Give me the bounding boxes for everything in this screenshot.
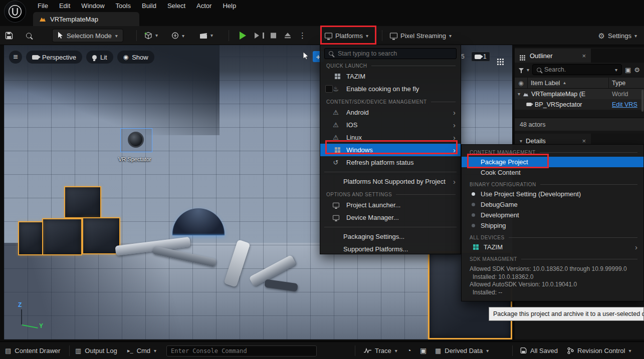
menu-item-supported-platforms[interactable]: Supported Platforms... <box>320 243 461 255</box>
menu-item-label: Packaging Settings... <box>343 233 404 240</box>
cinematics-button[interactable]: ▾ <box>199 32 213 39</box>
menu-item-platforms-not-supported[interactable]: Platforms Not Supported by Project › <box>320 175 461 188</box>
menu-window[interactable]: Window <box>76 1 110 11</box>
menu-item-project-launcher[interactable]: Project Launcher... <box>320 199 461 211</box>
menu-item-windows[interactable]: Windows › <box>320 144 461 156</box>
cmd-dropdown[interactable]: ▸_ Cmd ▾ <box>127 347 156 354</box>
perspective-dropdown[interactable]: Perspective <box>26 51 82 64</box>
screenshot-button[interactable]: ▣ <box>420 346 426 354</box>
viewport-layout-button[interactable] <box>497 53 504 62</box>
derived-data-dropdown[interactable]: ▦ Derived Data ▾ <box>435 347 489 354</box>
chevron-right-icon: › <box>453 134 456 141</box>
row-expand-icon[interactable]: ▾ <box>518 91 520 97</box>
stop-button[interactable] <box>271 33 276 38</box>
type-column[interactable]: Type <box>609 78 644 88</box>
save-icon <box>5 32 13 40</box>
tab-outliner[interactable]: Outliner × <box>515 49 591 63</box>
cube-actor[interactable] <box>82 217 120 254</box>
browse-content-button[interactable] <box>26 33 32 38</box>
menu-build[interactable]: Build <box>136 1 162 11</box>
pixel-streaming-button[interactable]: Pixel Streaming ▾ <box>390 32 452 39</box>
camera-speed-button[interactable]: 1 <box>471 52 490 62</box>
menu-file[interactable]: File <box>32 1 54 11</box>
menu-item-tazim[interactable]: TAZIM <box>320 70 461 83</box>
menu-item-linux[interactable]: ⚠ Linux › <box>320 131 461 144</box>
eject-button[interactable] <box>285 33 291 39</box>
menu-tools[interactable]: Tools <box>110 1 136 11</box>
skip-button[interactable] <box>255 33 264 39</box>
menu-item-label: Device Manager... <box>346 214 399 221</box>
settings-button[interactable]: ⚙ Settings ▾ <box>598 32 637 39</box>
menu-item-tazim-device[interactable]: TAZIM › <box>462 242 643 252</box>
play-button[interactable] <box>240 32 246 40</box>
cooking-checkbox[interactable] <box>325 85 333 93</box>
menu-item-device-manager[interactable]: Device Manager... <box>320 211 461 224</box>
add-filter-icon[interactable]: ▣ <box>625 67 631 73</box>
content-drawer-button[interactable]: ▤ Content Drawer <box>5 347 60 354</box>
gear-icon[interactable]: ⚙ <box>634 67 640 73</box>
derived-data-icon: ▦ <box>435 347 441 354</box>
filter-icon[interactable] <box>519 68 524 71</box>
item-label-column[interactable]: Item Label ▲ <box>528 78 609 88</box>
visibility-column[interactable]: ◉ <box>515 78 528 88</box>
table-row[interactable]: ▾ VRTemplateMap (E World <box>515 89 644 99</box>
show-dropdown[interactable]: ◉ Show <box>117 51 154 64</box>
menu-select[interactable]: Select <box>162 1 191 11</box>
menu-item-android[interactable]: ⚠ Android › <box>320 106 461 119</box>
tab-vrtemplatemap[interactable]: VRTemplateMap <box>33 12 139 26</box>
add-actor-button[interactable]: + ▾ <box>144 32 158 40</box>
revision-control-label: Revision Control <box>577 347 625 354</box>
outliner-scrollbar[interactable] <box>641 90 643 112</box>
outliner-toolbar: ▾ Search. ▾ ▣ ⚙ <box>515 63 644 77</box>
menu-item-cook-content[interactable]: Cook Content <box>462 167 643 178</box>
close-icon[interactable]: × <box>582 52 586 60</box>
menu-item-packaging-settings[interactable]: Packaging Settings... <box>320 230 461 243</box>
platforms-button[interactable]: Platforms ▾ <box>325 32 368 39</box>
statusbar-separator <box>355 345 355 356</box>
save-button[interactable] <box>5 32 13 40</box>
menu-item-debuggame[interactable]: DebugGame <box>462 199 643 210</box>
blueprints-button[interactable]: ▾ <box>171 32 184 39</box>
pixel-streaming-icon <box>390 33 397 38</box>
edit-blueprint-link[interactable]: Edit VRS <box>612 101 637 108</box>
trace-dropdown[interactable]: Trace ▾ <box>364 347 397 354</box>
insights-button[interactable]: ◔ <box>407 346 411 354</box>
chevron-down-icon: ▾ <box>182 33 184 38</box>
select-tool-button[interactable] <box>303 52 309 62</box>
menu-edit[interactable]: Edit <box>54 1 76 11</box>
cube-actor[interactable] <box>42 218 82 255</box>
viewport-options-button[interactable]: ≡ <box>9 51 22 64</box>
section-options: OPTIONS AND SETTINGS <box>326 191 456 198</box>
menu-item-ios[interactable]: ⚠ IOS › <box>320 119 461 131</box>
all-saved-button[interactable]: All Saved <box>520 347 558 354</box>
chevron-down-icon: ▾ <box>155 33 158 38</box>
lit-dropdown[interactable]: Lit <box>86 51 113 64</box>
cube-actor[interactable] <box>64 186 101 218</box>
console-command-input[interactable] <box>166 345 317 356</box>
menu-item-refresh-platform-status[interactable]: ↺ Refresh platform status <box>320 156 461 169</box>
menu-item-development[interactable]: Development <box>462 210 643 220</box>
menu-item-shipping[interactable]: Shipping <box>462 220 643 231</box>
menu-item-use-project-setting[interactable]: Use Project Setting (Development) <box>462 189 643 199</box>
menu-search-input[interactable] <box>324 48 457 59</box>
section-content-management: CONTENT MANAGEMENT <box>470 149 637 156</box>
menu-item-package-project[interactable]: Package Project <box>462 157 643 167</box>
chevron-down-icon: ▾ <box>628 348 631 353</box>
trace-label: Trace <box>375 347 391 354</box>
menu-help[interactable]: Help <box>217 1 242 11</box>
svg-text:+: + <box>144 32 147 36</box>
output-log-button[interactable]: ▥ Output Log <box>75 347 117 354</box>
menu-search[interactable] <box>324 48 457 59</box>
revision-control-button[interactable]: Revision Control ▾ <box>567 347 631 354</box>
unreal-logo[interactable] <box>4 1 26 23</box>
cube-actor[interactable] <box>18 221 43 255</box>
menu-actor[interactable]: Actor <box>191 1 217 11</box>
menu-item-enable-cooking[interactable]: ♨ Enable cooking on the fly <box>320 83 461 95</box>
table-row[interactable]: BP_VRSpectator Edit VRS <box>515 99 644 110</box>
close-icon[interactable]: × <box>582 137 586 145</box>
vr-spectator-actor[interactable] <box>120 128 152 152</box>
eject-bar-icon <box>285 37 291 39</box>
selection-mode-dropdown[interactable]: Selection Mode ▾ <box>52 29 123 42</box>
play-options-button[interactable]: ⋮ <box>299 31 306 40</box>
outliner-search-input[interactable]: Search. ▾ <box>532 64 622 75</box>
